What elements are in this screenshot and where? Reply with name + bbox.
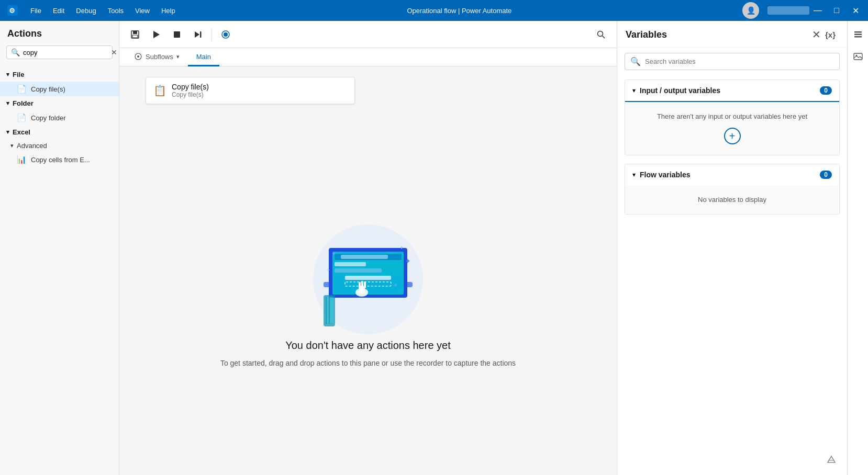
user-avatar[interactable]: 👤 [742, 2, 759, 19]
canvas-action-title: Copy file(s) [172, 83, 209, 91]
add-icon: + [729, 130, 736, 142]
layers-icon [853, 29, 863, 40]
tree-item-label-copy-cells: Copy cells from E... [31, 156, 90, 164]
menu-file[interactable]: File [25, 5, 47, 17]
image-button[interactable] [850, 48, 866, 65]
app-icon: ⚙ [7, 5, 18, 16]
actions-search-box: 🔍 ✕ [6, 46, 113, 59]
save-button[interactable] [126, 25, 144, 44]
category-folder[interactable]: ▾ Folder [0, 96, 119, 110]
app-body: Actions 🔍 ✕ ▾ File 📄 Copy file(s) ▾ Fold… [0, 21, 868, 475]
input-output-title: Input / output variables [640, 86, 816, 95]
variables-search-input[interactable] [645, 58, 834, 65]
category-excel[interactable]: ▾ Excel [0, 125, 119, 139]
flow-variables-section: ▾ Flow variables 0 No variables to displ… [625, 164, 840, 214]
input-output-variables-section: ▾ Input / output variables 0 There aren'… [625, 80, 840, 155]
run-button[interactable] [147, 25, 165, 44]
tab-subflows[interactable]: Subflows ▾ [126, 48, 188, 66]
titlebar: ⚙ File Edit Debug Tools View Help Operat… [0, 0, 868, 21]
menu-help[interactable]: Help [156, 5, 181, 17]
stop-button[interactable] [168, 25, 186, 44]
minimize-button[interactable]: — [809, 2, 826, 19]
flow-variables-title: Flow variables [640, 171, 816, 179]
tab-subflows-label: Subflows [146, 53, 173, 61]
menu-view[interactable]: View [130, 5, 155, 17]
subflows-icon [134, 52, 142, 61]
search-button[interactable] [592, 25, 610, 44]
copy-files-icon: 📄 [17, 84, 27, 94]
copy-cells-icon: 📊 [17, 155, 27, 164]
tree-item-label-copy-files: Copy file(s) [31, 85, 65, 93]
user-name [767, 6, 809, 15]
svg-rect-8 [200, 31, 202, 38]
tab-main[interactable]: Main [188, 48, 219, 66]
menu-debug[interactable]: Debug [71, 5, 101, 17]
input-output-header[interactable]: ▾ Input / output variables 0 [625, 80, 839, 102]
svg-rect-22 [335, 268, 382, 273]
actions-title: Actions [0, 21, 119, 43]
svg-rect-28 [359, 282, 361, 288]
svg-marker-5 [153, 31, 160, 38]
flow-canvas[interactable]: 📋 Copy file(s) Copy file(s) [119, 66, 617, 475]
svg-point-10 [224, 32, 228, 37]
flow-variables-count: 0 [820, 171, 832, 179]
svg-rect-42 [854, 34, 862, 36]
variables-xvar-button[interactable]: {x} [825, 30, 836, 39]
input-output-empty-text: There aren't any input or output variabl… [657, 112, 807, 120]
flow-variables-empty-text: No variables to display [698, 196, 766, 203]
close-button[interactable]: ✕ [847, 2, 864, 19]
layers-button[interactable] [850, 26, 866, 43]
svg-rect-21 [335, 262, 366, 266]
eraser-button[interactable] [822, 450, 841, 469]
svg-rect-44 [854, 53, 862, 60]
actions-panel: Actions 🔍 ✕ ▾ File 📄 Copy file(s) ▾ Fold… [0, 21, 119, 475]
menu-edit[interactable]: Edit [48, 5, 70, 17]
chevron-down-icon-4: ▾ [10, 142, 14, 149]
add-variable-button[interactable]: + [724, 128, 741, 144]
empty-state-subtitle: To get started, drag and drop actions to… [220, 358, 516, 369]
tab-main-label: Main [196, 53, 211, 61]
flow-canvas-panel: Subflows ▾ Main 📋 Copy file(s) Copy file… [119, 21, 617, 475]
svg-text:✦: ✦ [405, 257, 411, 265]
tree-item-copy-cells[interactable]: 📊 Copy cells from E... [0, 152, 119, 167]
empty-state: ✦ ✦ ✦ ✦ ✦ You don't have any actions her… [199, 123, 537, 465]
window-controls: — □ ✕ [809, 2, 864, 19]
maximize-button[interactable]: □ [828, 2, 845, 19]
variables-search-icon: 🔍 [630, 56, 641, 66]
chevron-down-icon: ▾ [6, 71, 9, 78]
right-sidebar [847, 21, 868, 475]
category-excel-label: Excel [13, 128, 30, 136]
flow-variables-header[interactable]: ▾ Flow variables 0 [625, 164, 839, 185]
tree-item-copy-files[interactable]: 📄 Copy file(s) [0, 82, 119, 96]
svg-rect-6 [174, 31, 180, 38]
svg-rect-3 [133, 31, 137, 34]
toolbar-separator [212, 28, 212, 41]
variables-close-button[interactable]: ✕ [812, 28, 821, 41]
canvas-action-icon: 📋 [153, 84, 166, 97]
svg-text:✦: ✦ [326, 267, 330, 273]
record-button[interactable] [216, 25, 235, 44]
menu-tools[interactable]: Tools [103, 5, 129, 17]
search-clear-icon[interactable]: ✕ [111, 48, 117, 56]
canvas-action-copy-files[interactable]: 📋 Copy file(s) Copy file(s) [146, 77, 355, 104]
variables-footer [617, 444, 847, 475]
flow-variables-body: No variables to display [625, 185, 839, 214]
variables-header: Variables ✕ {x} [617, 21, 847, 48]
toolbar [119, 21, 617, 48]
tabs: Subflows ▾ Main [119, 48, 617, 66]
canvas-action-subtitle: Copy file(s) [172, 91, 209, 98]
chevron-down-icon-6: ▾ [632, 87, 636, 94]
tree-item-copy-folder[interactable]: 📄 Copy folder [0, 110, 119, 125]
svg-point-14 [137, 55, 139, 58]
empty-state-title: You don't have any actions here yet [285, 340, 451, 352]
step-button[interactable] [188, 25, 207, 44]
empty-illustration: ✦ ✦ ✦ ✦ ✦ [300, 219, 436, 340]
subcategory-advanced[interactable]: ▾ Advanced [0, 139, 119, 152]
chevron-down-icon-2: ▾ [6, 100, 9, 107]
empty-state-subtitle-text: To get started, drag and drop actions to… [220, 359, 516, 367]
search-input[interactable] [23, 49, 111, 56]
svg-rect-29 [361, 281, 363, 288]
chevron-down-icon-3: ▾ [6, 129, 9, 135]
category-file[interactable]: ▾ File [0, 67, 119, 82]
variables-title: Variables [626, 29, 667, 40]
